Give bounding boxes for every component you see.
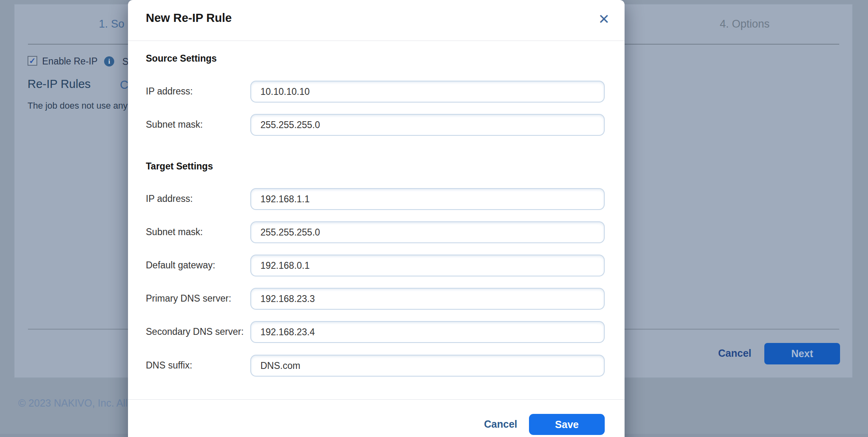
new-reip-rule-dialog: New Re-IP Rule ✕ Source Settings IP addr… [128,0,625,437]
default-gateway-label: Default gateway: [146,260,215,271]
hidden-text-fragment-bottom: C [120,78,129,92]
checkmark-icon: ✓ [29,57,36,65]
enable-reip-label: Enable Re-IP [42,56,98,67]
target-subnet-mask-label: Subnet mask: [146,227,203,238]
default-gateway-input[interactable] [250,255,605,276]
dialog-title: New Re-IP Rule [146,11,232,25]
wizard-step-options[interactable]: 4. Options [720,18,770,30]
reip-rules-empty-text: The job does not use any [28,101,128,111]
source-ip-address-input[interactable] [250,81,605,103]
dns-suffix-input[interactable] [250,355,605,377]
info-icon-glyph: i [108,58,110,66]
save-button[interactable]: Save [529,414,605,435]
target-subnet-mask-input[interactable] [250,221,605,243]
dns-suffix-label: DNS suffix: [146,360,192,371]
wizard-cancel-button[interactable]: Cancel [713,347,756,359]
close-icon[interactable]: ✕ [594,9,614,29]
source-subnet-mask-input[interactable] [250,114,605,136]
source-subnet-mask-label: Subnet mask: [146,119,203,130]
target-ip-address-input[interactable] [250,188,605,210]
target-settings-heading: Target Settings [146,161,213,172]
wizard-next-button[interactable]: Next [764,343,840,364]
secondary-dns-server-label: Secondary DNS server: [146,326,244,337]
wizard-step-source[interactable]: 1. So [99,18,124,30]
source-ip-address-label: IP address: [146,86,193,97]
source-settings-heading: Source Settings [146,53,217,64]
target-ip-address-label: IP address: [146,193,193,204]
reip-rules-heading: Re-IP Rules [28,77,91,91]
secondary-dns-server-input[interactable] [250,321,605,343]
dialog-header-divider [128,41,625,41]
primary-dns-server-label: Primary DNS server: [146,293,231,304]
enable-reip-checkbox[interactable]: ✓ [28,56,37,66]
primary-dns-server-input[interactable] [250,288,605,310]
info-icon[interactable]: i [104,56,114,66]
cancel-button[interactable]: Cancel [478,418,523,430]
dialog-footer-divider [128,399,625,400]
copyright-text: © 2023 NAKIVO, Inc. All Rig [18,397,145,409]
